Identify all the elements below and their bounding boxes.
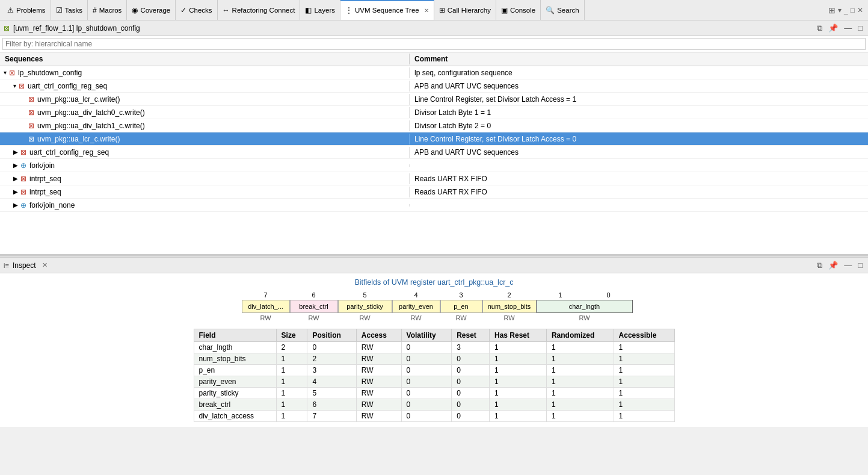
inspect-pin-icon[interactable]: 📌 bbox=[826, 260, 840, 271]
tree-row[interactable]: ▾ ⊠ lp_shutdown_config lp seq, configura… bbox=[0, 66, 868, 79]
cell-has-reset: 1 bbox=[489, 342, 546, 353]
tree-row-label: uvm_pkg::ua_div_latch1_c.write() bbox=[37, 122, 145, 130]
tree-row[interactable]: ▸ ⊠ uvm_pkg::ua_div_latch0_c.write() Div… bbox=[0, 106, 868, 119]
close-view-icon[interactable]: ✕ bbox=[857, 6, 863, 14]
tab-call-hierarchy-label: Call Hierarchy bbox=[448, 7, 491, 14]
header-sequences: Sequences bbox=[0, 54, 409, 64]
bitfield-num-stop-bits[interactable]: num_stop_bits bbox=[482, 300, 537, 313]
cell-access: RW bbox=[356, 365, 401, 376]
tree-arrow[interactable]: ▶ bbox=[13, 162, 18, 169]
tab-checks[interactable]: ✓ Checks bbox=[176, 0, 217, 20]
tree-row[interactable]: ▾ ⊠ uart_ctrl_config_reg_seq APB and UAR… bbox=[0, 79, 868, 93]
tab-coverage[interactable]: ◉ Coverage bbox=[127, 0, 176, 20]
cell-accessible: 1 bbox=[614, 365, 674, 376]
cell-accessible: 1 bbox=[614, 411, 674, 422]
uvm-seq-tree-close-icon[interactable]: ✕ bbox=[424, 7, 429, 14]
tree-row[interactable]: ▶ ⊠ intrpt_seq Reads UART RX FIFO bbox=[0, 172, 868, 185]
tree-arrow[interactable]: ▶ bbox=[13, 175, 18, 182]
tree-row-comment: Divisor Latch Byte 1 = 1 bbox=[409, 107, 868, 118]
col-header-field: Field bbox=[194, 329, 276, 342]
tab-layers[interactable]: ◧ Layers bbox=[300, 0, 340, 20]
minimize-view-icon[interactable]: _ bbox=[844, 6, 848, 14]
tab-checks-label: Checks bbox=[189, 7, 212, 14]
bitfield-break-ctrl[interactable]: break_ctrl bbox=[290, 300, 338, 313]
tab-refactoring[interactable]: ↔ Refactoring Connect bbox=[218, 0, 301, 20]
tab-console[interactable]: ▣ Console bbox=[496, 0, 541, 20]
maximize-panel-icon[interactable]: □ bbox=[856, 23, 864, 34]
cell-field: div_latch_access bbox=[194, 411, 276, 422]
cell-position: 5 bbox=[307, 388, 356, 399]
table-row[interactable]: parity_even 1 4 RW 0 0 1 1 1 bbox=[194, 376, 674, 388]
col-header-access: Access bbox=[356, 329, 401, 342]
sequence-tree-table: Sequences Comment ▾ ⊠ lp_shutdown_config… bbox=[0, 52, 868, 254]
inspect-close-icon[interactable]: ✕ bbox=[42, 261, 48, 269]
tab-search[interactable]: 🔍 Search bbox=[541, 0, 584, 20]
cell-access: RW bbox=[356, 411, 401, 422]
bitfield-parity-sticky[interactable]: parity_sticky bbox=[338, 300, 392, 313]
tab-call-hierarchy[interactable]: ⊞ Call Hierarchy bbox=[434, 0, 496, 20]
tab-problems-label: Problems bbox=[16, 7, 46, 14]
seq-leaf-icon: ⊠ bbox=[28, 108, 34, 117]
bitfield-register-name: uart_ctrl_pkg::ua_lcr_c bbox=[437, 278, 513, 287]
tree-row-seq: ▾ ⊠ lp_shutdown_config bbox=[0, 67, 409, 78]
tree-row-label: uart_ctrl_config_reg_seq bbox=[29, 148, 109, 157]
table-row[interactable]: p_en 1 3 RW 0 0 1 1 1 bbox=[194, 365, 674, 376]
filter-input[interactable] bbox=[2, 38, 866, 50]
macros-icon: # bbox=[93, 6, 97, 14]
cell-volatility: 0 bbox=[401, 342, 452, 353]
tab-macros[interactable]: # Macros bbox=[88, 0, 127, 20]
table-row[interactable]: break_ctrl 1 6 RW 0 0 1 1 1 bbox=[194, 399, 674, 411]
tree-arrow[interactable]: ▶ bbox=[13, 188, 18, 195]
seq-leaf-icon: ⊠ bbox=[28, 95, 34, 104]
cell-position: 3 bbox=[307, 365, 356, 376]
seq-leaf-selected-icon: ⊠ bbox=[28, 135, 34, 143]
tab-bar: ⚠ Problems ☑ Tasks # Macros ◉ Coverage ✓… bbox=[0, 0, 868, 20]
table-row[interactable]: num_stop_bits 1 2 RW 0 0 1 1 1 bbox=[194, 353, 674, 365]
tree-arrow[interactable]: ▶ bbox=[13, 202, 18, 208]
inspect-new-window-icon[interactable]: ⧉ bbox=[815, 260, 824, 271]
bit-num-1: 1 bbox=[537, 291, 585, 299]
panel-menu-icon[interactable]: ▾ bbox=[838, 6, 842, 14]
table-row[interactable]: char_lngth 2 0 RW 0 3 1 1 1 bbox=[194, 342, 674, 353]
inspect-title-bar: i≡ Inspect ✕ ⧉ 📌 — □ bbox=[0, 258, 868, 273]
tree-arrow[interactable]: ▶ bbox=[13, 149, 18, 155]
tab-problems[interactable]: ⚠ Problems bbox=[2, 0, 51, 20]
tree-row-label: lp_shutdown_config bbox=[18, 69, 82, 77]
bitfield-p-en[interactable]: p_en bbox=[440, 300, 482, 313]
coverage-icon: ◉ bbox=[132, 6, 138, 14]
table-row[interactable]: parity_sticky 1 5 RW 0 0 1 1 1 bbox=[194, 388, 674, 399]
cell-size: 1 bbox=[276, 388, 307, 399]
cell-access: RW bbox=[356, 388, 401, 399]
tree-row-comment bbox=[409, 204, 868, 206]
tab-uvm-seq-tree[interactable]: ⋮ UVM Sequence Tree ✕ bbox=[340, 0, 434, 20]
inspect-maximize-icon[interactable]: □ bbox=[856, 260, 864, 271]
rw-parity-sticky: RW bbox=[338, 314, 392, 321]
minimize-panel-icon[interactable]: — bbox=[842, 23, 854, 34]
header-comment: Comment bbox=[409, 54, 868, 64]
tree-row[interactable]: ▶ ⊠ intrpt_seq Reads UART RX FIFO bbox=[0, 185, 868, 199]
tab-tasks[interactable]: ☑ Tasks bbox=[51, 0, 88, 20]
pin-icon[interactable]: 📌 bbox=[826, 23, 840, 34]
tree-arrow[interactable]: ▾ bbox=[4, 69, 7, 76]
cell-reset: 3 bbox=[452, 342, 490, 353]
tab-search-label: Search bbox=[557, 7, 579, 14]
tree-arrow[interactable]: ▾ bbox=[13, 82, 16, 89]
tree-row[interactable]: ▶ ⊕ fork/join_none bbox=[0, 199, 868, 212]
new-window-icon[interactable]: ⧉ bbox=[815, 23, 824, 34]
seq-node-icon: ⊠ bbox=[9, 69, 15, 77]
table-row[interactable]: div_latch_access 1 7 RW 0 0 1 1 1 bbox=[194, 411, 674, 422]
tree-row[interactable]: ▸ ⊠ uvm_pkg::ua_lcr_c.write() Line Contr… bbox=[0, 93, 868, 106]
tree-row[interactable]: ▸ ⊠ uvm_pkg::ua_div_latch1_c.write() Div… bbox=[0, 119, 868, 132]
layout-icon[interactable]: ⊞ bbox=[828, 5, 836, 15]
bitfield-div-latch[interactable]: div_latch_... bbox=[242, 300, 290, 313]
tree-row[interactable]: ▶ ⊕ fork/join bbox=[0, 159, 868, 172]
cell-size: 1 bbox=[276, 376, 307, 388]
maximize-view-icon[interactable]: □ bbox=[851, 6, 855, 14]
tree-row-selected[interactable]: ▸ ⊠ uvm_pkg::ua_lcr_c.write() Line Contr… bbox=[0, 132, 868, 146]
inspect-minimize-icon[interactable]: — bbox=[842, 260, 854, 271]
tree-row[interactable]: ▶ ⊠ uart_ctrl_config_reg_seq APB and UAR… bbox=[0, 146, 868, 159]
tree-row-label: intrpt_seq bbox=[29, 175, 61, 183]
cell-field: char_lngth bbox=[194, 342, 276, 353]
bitfield-parity-even[interactable]: parity_even bbox=[392, 300, 440, 313]
bitfield-char-lngth[interactable]: char_lngth bbox=[537, 300, 633, 313]
